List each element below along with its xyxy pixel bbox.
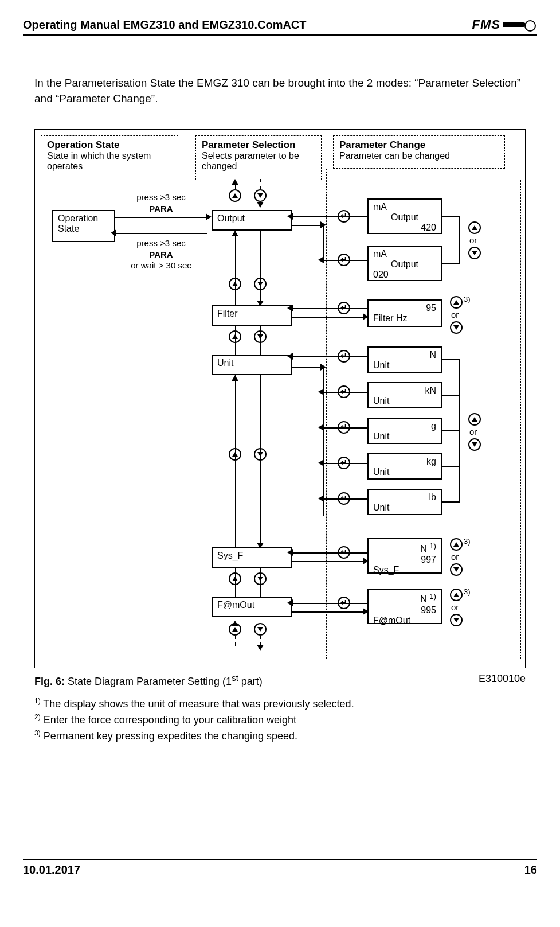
ma020-line1: mA: [373, 249, 436, 259]
note-3: 3): [464, 295, 471, 303]
label-back-1: press >3 sec: [136, 238, 185, 248]
fmout-label: F@mOut: [373, 616, 436, 626]
footnote-3: Permanent key pressing expedites the cha…: [44, 730, 297, 742]
arrow-right-icon: [206, 213, 212, 220]
box-unit-g: g Unit: [367, 418, 442, 444]
arrow-left-icon: [287, 305, 293, 311]
footnotes: 1) The display shows the unit of measure…: [34, 696, 526, 744]
arrow-left-icon: [318, 495, 324, 502]
col-header-change-sub: Parameter can be changed: [339, 151, 499, 161]
filterhz-label: Filter Hz: [373, 313, 436, 324]
arrow-right-icon: [363, 313, 369, 320]
figure-sup: st: [232, 673, 238, 683]
box-fmout: F@mOut: [212, 597, 292, 617]
label-to-output: press >3 sec PARA: [121, 192, 201, 214]
fmout-unit: N: [420, 595, 427, 605]
box-unit: Unit: [212, 355, 292, 375]
footnote-2: Enter the force corresponding to your ca…: [44, 714, 296, 726]
box-sysf-value: N 1) 997 Sys_F: [367, 538, 442, 574]
fms-logo: FMS: [472, 17, 537, 32]
ma420-value: 420: [373, 223, 436, 233]
ma420-line2: Output: [373, 212, 436, 223]
label-to-output-2: PARA: [149, 204, 173, 213]
box-fmout-value: N 1) 995 F@mOut: [367, 589, 442, 624]
box-unit-kn: kN Unit: [367, 382, 442, 408]
note-3: 3): [464, 587, 471, 596]
box-unit-n: N Unit: [367, 346, 442, 373]
or-label: or: [451, 552, 459, 562]
sysf-value: 997: [373, 555, 436, 565]
unit-lb-label: Unit: [373, 503, 436, 513]
figure-caption: Fig. 6: State Diagram Parameter Setting …: [34, 673, 526, 688]
arrow-left-icon: [318, 424, 324, 431]
box-ma-output-420: mA Output 420: [367, 198, 442, 234]
label-back-3: or wait > 30 sec: [131, 260, 191, 270]
arrow-left-icon: [287, 599, 293, 606]
arrow-right-icon: [363, 608, 369, 615]
box-unit-kg: kg Unit: [367, 453, 442, 480]
unit-kn-value: kN: [373, 385, 436, 396]
arrow-left-icon: [318, 459, 324, 466]
figure-text2: part): [238, 676, 263, 687]
arrow-right-icon: [363, 558, 369, 564]
col-header-change-title: Parameter Change: [339, 139, 499, 151]
sysf-label: Sys_F: [373, 565, 436, 575]
note-3: 3): [464, 537, 471, 546]
arrow-up-icon: [232, 179, 238, 185]
col-header-operation-title: Operation State: [47, 139, 172, 151]
filterhz-value: 95: [373, 303, 436, 313]
arrow-left-icon: [318, 388, 324, 395]
figure-code: E310010e: [479, 673, 526, 688]
box-output: Output: [212, 210, 292, 231]
col-header-selection-title: Parameter Selection: [202, 139, 315, 151]
footer-date: 10.01.2017: [23, 863, 80, 877]
box-unit-lb: lb Unit: [367, 489, 442, 515]
col-header-operation: Operation State State in which the syste…: [41, 135, 178, 180]
arrow-down-icon: [257, 645, 264, 651]
or-label: or: [469, 427, 477, 437]
logo-text: FMS: [472, 17, 500, 32]
arrow-up-icon: [232, 231, 238, 236]
arrow-left-icon: [111, 229, 116, 236]
figure-text: State Diagram Parameter Setting (1: [65, 676, 232, 687]
footnote-1: The display shows the unit of measure th…: [43, 698, 354, 710]
or-label: or: [469, 235, 477, 245]
fmout-sup: 1): [429, 592, 436, 601]
col-header-change: Parameter Change Parameter can be change…: [333, 135, 505, 169]
or-label: or: [451, 602, 459, 612]
col-header-selection-sub: Selects parameter to be changed: [202, 151, 315, 172]
col-header-operation-sub: State in which the system operates: [47, 151, 172, 172]
unit-g-label: Unit: [373, 431, 436, 442]
arrow-up-icon: [232, 375, 238, 381]
header-title: Operating Manual EMGZ310 and EMGZ310.Com…: [23, 18, 307, 32]
arrow-left-icon: [287, 213, 293, 220]
sysf-sup: 1): [429, 542, 436, 550]
page-header: Operating Manual EMGZ310 and EMGZ310.Com…: [23, 17, 537, 36]
state-diagram: Operation State State in which the syste…: [34, 129, 526, 668]
box-filter: Filter: [212, 305, 292, 326]
unit-kg-label: Unit: [373, 467, 436, 477]
arrow-left-icon: [287, 549, 293, 556]
box-operation-state: Operation State: [52, 210, 115, 242]
arrow-down-icon: [257, 202, 264, 208]
unit-lb-value: lb: [373, 492, 436, 503]
unit-g-value: g: [373, 421, 436, 431]
box-filter-hz: 95 Filter Hz: [367, 299, 442, 327]
label-back: press >3 sec PARA or wait > 30 sec: [115, 237, 207, 271]
col-header-selection: Parameter Selection Selects parameter to…: [195, 135, 322, 180]
or-label: or: [451, 310, 459, 320]
intro-text: In the Parameterisation State the EMGZ 3…: [34, 76, 526, 106]
label-to-output-1: press >3 sec: [136, 192, 185, 202]
fmout-value: 995: [373, 605, 436, 616]
box-ma-output-020: mA Output 020: [367, 246, 442, 281]
unit-kg-value: kg: [373, 457, 436, 467]
ma420-line1: mA: [373, 202, 436, 212]
page-footer: 10.01.2017 16: [23, 859, 537, 877]
diagram-body-outline: [41, 180, 521, 659]
sysf-unit: N: [420, 544, 427, 554]
unit-kn-label: Unit: [373, 396, 436, 406]
footer-page: 16: [524, 863, 537, 877]
ma020-value: 020: [373, 270, 436, 280]
label-back-2: PARA: [149, 250, 173, 259]
box-sysf: Sys_F: [212, 547, 292, 568]
